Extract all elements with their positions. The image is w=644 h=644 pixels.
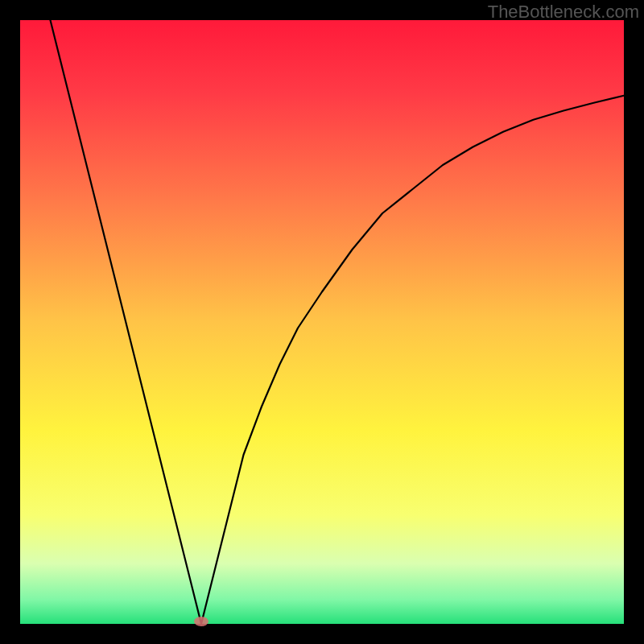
minimum-marker	[194, 617, 208, 626]
svg-rect-1	[20, 20, 624, 624]
bottleneck-chart: TheBottleneck.com	[0, 0, 644, 644]
chart-canvas	[0, 0, 644, 644]
watermark-text: TheBottleneck.com	[488, 2, 639, 23]
